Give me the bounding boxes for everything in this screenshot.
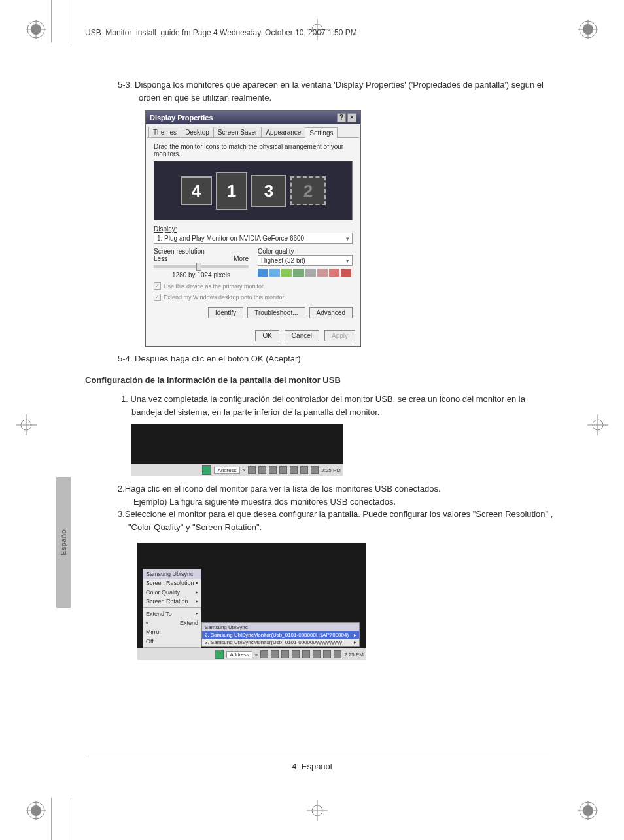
monitor-2-icon[interactable]: 2 xyxy=(290,176,326,205)
step-3-text: 3.Seleccione el monitor para el que dese… xyxy=(118,508,556,533)
app-icon xyxy=(215,650,224,659)
dialog-titlebar: Display Properties ? × xyxy=(146,111,360,124)
tray-icon xyxy=(258,466,266,474)
arrow-icon: ▸ xyxy=(196,580,198,586)
display-select[interactable]: 1. Plug and Play Monitor on NVIDIA GeFor… xyxy=(154,233,353,244)
menu-screen-rotation[interactable]: Screen Rotation▸ xyxy=(143,597,201,606)
menu-off[interactable]: Off xyxy=(143,637,201,646)
crop-mark xyxy=(71,0,71,42)
drag-instruction: Drag the monitor icons to match the phys… xyxy=(154,143,353,158)
app-icon xyxy=(202,465,211,475)
screen-resolution-label: Screen resolution xyxy=(154,248,249,255)
checkbox-icon: ✓ xyxy=(154,282,161,290)
tray-icon xyxy=(279,466,287,474)
tray-icon xyxy=(290,466,298,474)
more-label: More xyxy=(234,255,249,262)
tray-icon xyxy=(311,466,319,474)
primary-monitor-checkbox: ✓ Use this device as the primary monitor… xyxy=(154,282,353,290)
ok-button[interactable]: OK xyxy=(255,330,279,341)
submenu-item-3[interactable]: 3. Samsung UbiSyncMonitor(Usb_0101-00000… xyxy=(202,639,359,646)
color-quality-label: Color quality xyxy=(258,248,353,255)
submenu-title: Samsung UbiSync xyxy=(202,623,359,631)
context-menu-title: Samsung Ubisync xyxy=(143,569,201,579)
arrow-icon: ▸ xyxy=(196,598,198,605)
arrow-icon: ▸ xyxy=(354,632,356,638)
tray-icon xyxy=(292,650,300,658)
address-label: Address xyxy=(214,467,239,474)
step-5-4-text: 5-4. Después haga clic en el botón OK (A… xyxy=(118,354,556,363)
clock-text: 2:25 PM xyxy=(321,467,341,473)
page-footer: 4_Español xyxy=(0,762,624,771)
footer-rule xyxy=(85,756,549,756)
tray-icon xyxy=(269,466,277,474)
clock-text: 2:25 PM xyxy=(344,652,364,658)
extend-desktop-checkbox: ✓ Extend my Windows desktop onto this mo… xyxy=(154,294,353,301)
close-button[interactable]: × xyxy=(347,113,356,122)
registration-mark-icon xyxy=(26,801,46,820)
tray-icon xyxy=(300,466,308,474)
registration-mark-icon xyxy=(578,20,598,39)
context-menu-screenshot: Samsung Ubisync Screen Resolution▸ Color… xyxy=(137,543,366,660)
taskbar: Address « 2:25 PM xyxy=(131,464,343,476)
ubisync-submenu: Samsung UbiSync 2. Samsung UbiSyncMonito… xyxy=(201,622,360,647)
menu-color-quality[interactable]: Color Quality▸ xyxy=(143,588,201,597)
monitor-1-icon[interactable]: 1 xyxy=(216,172,247,210)
tab-appearance[interactable]: Appearance xyxy=(261,127,305,137)
tray-icon xyxy=(271,650,279,658)
tray-icon xyxy=(302,650,310,658)
identify-button[interactable]: Identify xyxy=(208,307,243,318)
tray-icon xyxy=(323,650,331,658)
registration-mark-icon xyxy=(578,801,598,820)
advanced-button[interactable]: Advanced xyxy=(309,307,353,318)
apply-button[interactable]: Apply xyxy=(324,330,355,341)
ubisync-context-menu: Samsung Ubisync Screen Resolution▸ Color… xyxy=(143,569,201,659)
cancel-button[interactable]: Cancel xyxy=(285,330,319,341)
taskbar: Address « 2:25 PM xyxy=(137,648,366,660)
resolution-value: 1280 by 1024 pixels xyxy=(154,271,249,278)
menu-extend[interactable]: Extend xyxy=(143,618,201,628)
slider-thumb[interactable] xyxy=(196,263,201,271)
menu-screen-resolution[interactable]: Screen Resolution▸ xyxy=(143,579,201,588)
monitor-arrangement-area[interactable]: 4 1 3 2 xyxy=(154,161,353,220)
display-select-value: 1. Plug and Play Monitor on NVIDIA GeFor… xyxy=(157,235,304,242)
tray-icon xyxy=(281,650,289,658)
color-quality-select[interactable]: Highest (32 bit) ▾ xyxy=(258,255,353,266)
separator xyxy=(143,647,201,648)
tab-themes[interactable]: Themes xyxy=(148,127,181,137)
crop-mark xyxy=(71,798,71,840)
arrow-icon: ▸ xyxy=(196,611,198,617)
menu-mirror[interactable]: Mirror xyxy=(143,628,201,637)
registration-mark-icon xyxy=(304,798,330,824)
crop-mark xyxy=(51,798,52,840)
checkbox-label: Extend my Windows desktop onto this moni… xyxy=(164,294,286,301)
help-button[interactable]: ? xyxy=(337,113,346,122)
arrow-icon: ▸ xyxy=(354,639,356,645)
checkbox-label: Use this device as the primary monitor. xyxy=(164,283,265,290)
language-label: Españo xyxy=(60,529,67,556)
display-label: Display: xyxy=(154,226,353,233)
monitor-3-icon[interactable]: 3 xyxy=(251,175,286,207)
checkbox-icon: ✓ xyxy=(154,294,161,301)
submenu-item-2[interactable]: 2. Samsung UbiSyncMonitor(Usb_0101-00000… xyxy=(202,631,359,639)
tray-icon xyxy=(260,650,268,658)
registration-mark-icon xyxy=(26,20,46,39)
chevron-down-icon: ▾ xyxy=(346,258,349,264)
tab-settings[interactable]: Settings xyxy=(305,127,338,138)
systray-screenshot-1: Address « 2:25 PM xyxy=(131,424,343,476)
resolution-slider[interactable] xyxy=(154,265,249,268)
step-1-text: 1. Una vez completada la configuración d… xyxy=(121,393,556,418)
registration-mark-icon xyxy=(13,412,39,438)
tab-desktop[interactable]: Desktop xyxy=(181,127,214,137)
tray-chevrons-icon: « xyxy=(243,467,245,473)
chevron-down-icon: ▾ xyxy=(346,235,349,242)
troubleshoot-button[interactable]: Troubleshoot... xyxy=(247,307,305,318)
tab-screensaver[interactable]: Screen Saver xyxy=(213,127,262,137)
menu-extend-to[interactable]: Extend To▸ xyxy=(143,609,201,618)
monitor-4-icon[interactable]: 4 xyxy=(181,176,212,205)
crop-mark xyxy=(51,0,52,42)
step-2-text: 2.Haga clic en el icono del monitor para… xyxy=(118,482,556,508)
header-filename: USB_Monitor_install_guide.fm Page 4 Wedn… xyxy=(85,28,357,37)
display-properties-dialog: Display Properties ? × Themes Desktop Sc… xyxy=(145,110,361,347)
registration-mark-icon xyxy=(585,412,611,438)
less-label: Less xyxy=(154,255,167,262)
